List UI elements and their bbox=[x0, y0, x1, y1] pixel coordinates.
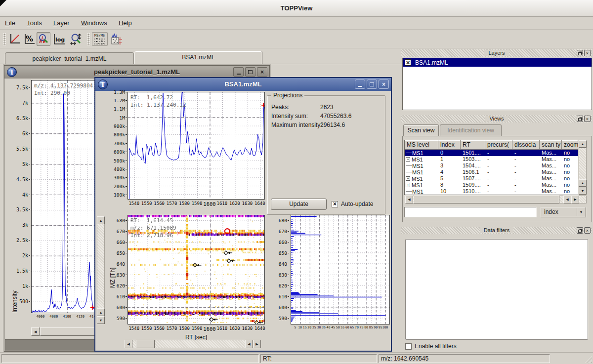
datafilters-panel-title: Data filters bbox=[480, 227, 514, 233]
table-scroll-left-button[interactable]: ◀ bbox=[405, 196, 413, 203]
scan-filter-combobox[interactable]: index ▼ bbox=[541, 207, 586, 217]
table-scrollbar-thumb[interactable] bbox=[414, 196, 559, 203]
table-cell: no bbox=[562, 182, 578, 188]
axis-tick-label: 500k bbox=[103, 158, 125, 163]
minimize-button[interactable] bbox=[233, 67, 244, 77]
table-cell: Mas... bbox=[540, 188, 562, 195]
table-scroll-left-button2[interactable]: ◀ bbox=[563, 196, 571, 203]
heatmap-plot[interactable]: RT: 1,614.45 m/z: 671.15089 Int: 2,718.9… bbox=[127, 215, 265, 324]
toolbar-handle[interactable] bbox=[87, 33, 90, 45]
tab-peakpicker-tutorial[interactable]: peakpicker_tutorial_1.mzML bbox=[5, 52, 134, 64]
tree-expand-icon[interactable]: + bbox=[406, 183, 410, 187]
table-cell: Mas... bbox=[540, 169, 562, 175]
toolbar-handle[interactable] bbox=[3, 33, 6, 45]
menu-help[interactable]: Help bbox=[114, 17, 137, 27]
pk-scroll-left-button[interactable]: ◀ bbox=[31, 327, 40, 336]
datafilters-close-button[interactable]: × bbox=[584, 227, 591, 234]
table-row[interactable]: MS141506.1--Mas...no bbox=[405, 169, 578, 175]
heatmap-scroll-right-button[interactable]: ▶ bbox=[253, 340, 261, 348]
heatmap-scrollbar-thumb[interactable] bbox=[136, 340, 155, 348]
tab-scan-view[interactable]: Scan view bbox=[403, 124, 439, 136]
axis-tick-label: 200k bbox=[103, 184, 125, 189]
table-scroll-up-button[interactable]: ▲ bbox=[579, 140, 587, 148]
table-header-scan-ty[interactable]: scan ty bbox=[540, 140, 562, 150]
table-row[interactable]: +MS151507....--Mas...no bbox=[405, 175, 578, 182]
layer-visibility-checkbox[interactable]: × bbox=[405, 59, 411, 66]
menu-layer[interactable]: Layer bbox=[48, 17, 75, 27]
update-button[interactable]: Update bbox=[271, 199, 327, 210]
table-row[interactable]: MS1101510....--Mas...no bbox=[405, 188, 578, 195]
table-header-dissocia[interactable]: dissocia bbox=[512, 140, 540, 150]
axis-tick-label: 620 bbox=[270, 283, 287, 288]
table-header-rt[interactable]: RT bbox=[461, 140, 485, 150]
msms-view-button[interactable]: MS/MS bbox=[92, 32, 108, 46]
intensity-percentage-button[interactable]: % bbox=[23, 32, 37, 46]
table-header-ms-level[interactable]: MS level bbox=[405, 140, 438, 150]
resize-grip[interactable] bbox=[585, 356, 592, 363]
close-button[interactable]: × bbox=[257, 67, 267, 77]
table-scroll-up-button2[interactable]: ▲ bbox=[579, 179, 587, 187]
tree-expand-icon[interactable]: + bbox=[406, 157, 410, 162]
table-cell: - bbox=[485, 182, 512, 188]
mz-projection-plot[interactable] bbox=[291, 215, 390, 324]
menu-windows[interactable]: Windows bbox=[76, 17, 112, 27]
auto-update-checkbox[interactable]: × Auto-update bbox=[332, 201, 373, 207]
menu-file[interactable]: File bbox=[0, 17, 20, 27]
chromatogram-plot[interactable]: RT: 1,642.72 Int: 1,137,240.12 + bbox=[127, 92, 265, 200]
log-intensity-button[interactable]: log bbox=[52, 32, 66, 46]
table-row[interactable]: MS101501....--Mas...no bbox=[405, 150, 578, 156]
close-icon: × bbox=[586, 51, 589, 56]
tree-expand-icon[interactable]: + bbox=[406, 176, 410, 181]
heatmap-scroll-down-button[interactable]: ▼ bbox=[97, 316, 105, 324]
reset-zoom-button[interactable] bbox=[8, 32, 22, 46]
tab-identification-view[interactable]: Identification view bbox=[440, 124, 502, 136]
tab-bsa1[interactable]: BSA1.mzML bbox=[134, 51, 262, 64]
2d-view-button[interactable] bbox=[110, 32, 124, 46]
table-header-zoom[interactable]: zoom bbox=[562, 140, 578, 150]
layers-close-button[interactable]: × bbox=[584, 50, 591, 56]
axis-tick-label: 5k bbox=[5, 162, 28, 167]
datafilters-float-button[interactable] bbox=[577, 227, 583, 234]
bsa1-window-titlebar[interactable]: T BSA1.mzML × bbox=[95, 78, 391, 91]
heatmap-scroll-left-button2[interactable]: ◀ bbox=[245, 340, 253, 348]
table-cell: Mas... bbox=[540, 162, 562, 169]
enable-all-filters-checkbox[interactable]: Enable all filters bbox=[405, 343, 457, 350]
heatmap-scroll-left-button[interactable]: ◀ bbox=[125, 340, 132, 348]
table-header-index[interactable]: index bbox=[438, 140, 461, 150]
zoom-stick-button[interactable] bbox=[69, 32, 83, 46]
table-header-precurs-[interactable]: precurs( bbox=[485, 140, 512, 150]
axis-tick-label: 500 bbox=[5, 299, 28, 304]
minimize-button[interactable] bbox=[355, 80, 365, 89]
heatmap-scroll-up-button2[interactable]: ▲ bbox=[97, 308, 105, 316]
close-button[interactable]: × bbox=[379, 80, 389, 89]
chromatogram-cursor-marker: + bbox=[261, 101, 265, 110]
views-float-button[interactable] bbox=[577, 116, 583, 122]
table-cell: 5 bbox=[438, 175, 461, 182]
table-row[interactable]: +MS111503....--Mas...no bbox=[405, 156, 578, 162]
table-scroll-right-button[interactable]: ▶ bbox=[571, 196, 579, 203]
table-row[interactable]: +MS181509....--Mas...no bbox=[405, 182, 578, 188]
table-cell: MS1 bbox=[405, 162, 438, 169]
peakpicker-window-titlebar[interactable]: T peakpicker_tutorial_1.mzML × bbox=[4, 66, 269, 79]
float-icon bbox=[578, 230, 582, 233]
layers-float-button[interactable] bbox=[577, 50, 583, 56]
zoom-mode-button[interactable] bbox=[37, 32, 50, 46]
menu-tools[interactable]: Tools bbox=[22, 17, 46, 27]
table-scroll-down-button[interactable]: ▼ bbox=[579, 187, 587, 195]
table-row[interactable]: MS131504....--Mas...no bbox=[405, 162, 578, 169]
maximize-button[interactable] bbox=[245, 67, 255, 77]
axis-tick-label: 640 bbox=[111, 261, 125, 267]
mz-projection-y-axis-ticks: 590600610620630640650660670680 bbox=[269, 215, 289, 324]
scan-search-input[interactable] bbox=[404, 207, 537, 217]
maximize-icon bbox=[248, 70, 253, 74]
table-cell: MS1 bbox=[405, 169, 438, 175]
views-close-button[interactable]: × bbox=[584, 116, 591, 122]
axis-tick-label: 4k bbox=[5, 192, 28, 198]
table-cell: 1509.... bbox=[461, 182, 485, 188]
heatmap-scroll-up-button[interactable]: ▲ bbox=[97, 216, 105, 224]
layer-item-bsa1[interactable]: × BSA1.mzML bbox=[403, 58, 592, 67]
axis-tick-label: 5.5k bbox=[5, 146, 28, 152]
chromatogram-y-axis-ticks: 100k200k300k400k500k600k700k800k900k1M1.… bbox=[102, 92, 127, 199]
axis-tick-label: 1.1M bbox=[103, 106, 125, 112]
maximize-button[interactable] bbox=[367, 80, 377, 89]
